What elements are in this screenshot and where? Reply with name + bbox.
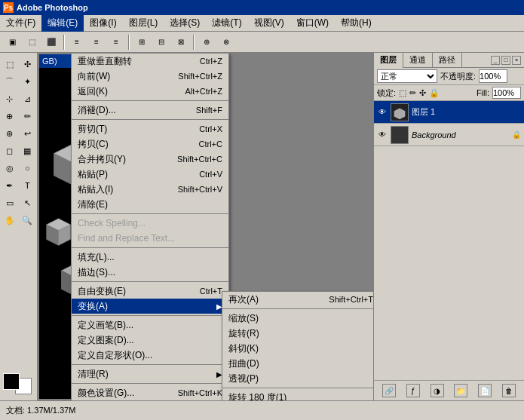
- lock-paint[interactable]: ✏: [409, 88, 416, 98]
- edit-color-settings[interactable]: 颜色设置(G)... Shift+Ctrl+K: [72, 385, 228, 400]
- lock-all[interactable]: 🔒: [429, 88, 440, 98]
- edit-free-transform[interactable]: 自由变换(E) Ctrl+T: [72, 284, 228, 299]
- menu-edit[interactable]: 编辑(E): [41, 15, 84, 32]
- edit-fade[interactable]: 消褪(D)... Shift+F: [72, 103, 228, 118]
- toolbar-btn-11[interactable]: ⊗: [217, 34, 235, 51]
- layers-panel: 图层 通道 路径 _ □ × 正常 不透明度: 锁定: ⬚ ✏ ✣ 🔒 Fill…: [373, 53, 524, 400]
- edit-clear[interactable]: 清除(E): [72, 197, 228, 212]
- doc-title: GB): [42, 57, 57, 66]
- panel-minimize[interactable]: _: [491, 56, 500, 65]
- edit-transform[interactable]: 变换(A) ▶: [72, 299, 228, 314]
- toolbar-btn-4[interactable]: ≡: [68, 34, 86, 51]
- menu-select[interactable]: 选择(S): [164, 15, 206, 32]
- tool-gradient[interactable]: ▦: [20, 143, 36, 159]
- foreground-color[interactable]: [3, 373, 20, 390]
- fill-input[interactable]: [492, 87, 521, 99]
- edit-copy[interactable]: 拷贝(C) Ctrl+C: [72, 136, 228, 152]
- opacity-input[interactable]: [479, 69, 507, 83]
- toolbar-btn-6[interactable]: ≡: [107, 34, 125, 51]
- edit-forward[interactable]: 向前(W) Shift+Ctrl+Z: [72, 69, 228, 84]
- tool-crop[interactable]: ⊹: [2, 90, 18, 107]
- toolbar-btn-5[interactable]: ≡: [87, 34, 106, 51]
- edit-stroke[interactable]: 描边(S)...: [72, 265, 228, 280]
- edit-redo[interactable]: 重做垂直翻转 Ctrl+Z: [72, 54, 228, 69]
- tool-lasso[interactable]: ⌒: [2, 73, 18, 90]
- edit-define-shape[interactable]: 定义自定形状(O)...: [72, 348, 228, 363]
- transform-skew[interactable]: 斜切(K): [222, 341, 373, 356]
- transform-rotate[interactable]: 旋转(R): [222, 326, 373, 341]
- layer-1-name: 图层 1: [412, 106, 521, 118]
- edit-cut[interactable]: 剪切(T) Ctrl+X: [72, 121, 228, 136]
- transform-rotate-180[interactable]: 旋转 180 度(1): [222, 390, 373, 400]
- tool-magic-wand[interactable]: ✦: [20, 73, 36, 90]
- transform-again[interactable]: 再次(A) Shift+Ctrl+T: [222, 292, 373, 307]
- tool-heal[interactable]: ⊕: [2, 108, 18, 124]
- tool-eraser[interactable]: ◻: [2, 143, 18, 159]
- menu-layer[interactable]: 图层(L): [123, 15, 164, 32]
- toolbar-btn-8[interactable]: ⊟: [152, 34, 170, 51]
- layer-1-eye[interactable]: 👁: [377, 107, 388, 118]
- tool-slice[interactable]: ⊿: [20, 90, 36, 107]
- tool-zoom[interactable]: 🔍: [20, 212, 36, 228]
- layer-item-background[interactable]: 👁 Background 🔒: [374, 124, 524, 146]
- tool-select[interactable]: ↖: [20, 195, 36, 211]
- layer-item-1[interactable]: 👁 图层 1: [374, 101, 524, 124]
- menu-help[interactable]: 帮助(H): [335, 15, 378, 32]
- edit-define-pattern[interactable]: 定义图案(D)...: [72, 333, 228, 348]
- panel-btn-mask[interactable]: ◑: [431, 384, 444, 397]
- tool-brush[interactable]: ✏: [20, 108, 36, 124]
- sep-5: [72, 281, 228, 282]
- panel-btn-new[interactable]: 📄: [478, 384, 492, 397]
- toolbar-btn-1[interactable]: ▣: [3, 34, 21, 51]
- tool-clone[interactable]: ⊛: [2, 125, 18, 142]
- panel-btn-delete[interactable]: 🗑: [502, 384, 516, 397]
- transform-sep-2: [222, 388, 373, 388]
- menu-view[interactable]: 视图(V): [248, 15, 290, 32]
- toolbar-btn-7[interactable]: ⊞: [133, 34, 151, 51]
- lock-move[interactable]: ✣: [419, 88, 426, 98]
- tool-history[interactable]: ↩: [20, 125, 36, 142]
- sep-7: [72, 364, 228, 365]
- panel-maximize[interactable]: □: [501, 56, 510, 65]
- menu-image[interactable]: 图像(I): [84, 15, 122, 32]
- edit-purge[interactable]: 清理(R) ▶: [72, 366, 228, 382]
- lock-transparent[interactable]: ⬚: [399, 88, 406, 98]
- tool-shape[interactable]: ▭: [2, 195, 18, 211]
- tool-pen[interactable]: ✒: [2, 177, 18, 194]
- tool-hand[interactable]: ✋: [2, 212, 18, 228]
- tab-layers[interactable]: 图层: [374, 53, 403, 68]
- tool-marquee[interactable]: ⬚: [2, 56, 18, 72]
- tab-paths[interactable]: 路径: [433, 53, 462, 68]
- toolbar-btn-2[interactable]: ⬚: [23, 34, 41, 51]
- tool-dodge[interactable]: ○: [20, 160, 36, 176]
- toolbar-btn-3[interactable]: ⬛: [42, 34, 60, 51]
- panel-close[interactable]: ×: [512, 56, 521, 65]
- transform-sep-1: [222, 308, 373, 309]
- panel-btn-group[interactable]: 📁: [454, 384, 467, 397]
- edit-merge-copy[interactable]: 合并拷贝(Y) Shift+Ctrl+C: [72, 152, 228, 167]
- toolbar-btn-9[interactable]: ⊠: [172, 34, 190, 51]
- transform-perspective[interactable]: 透视(P): [222, 371, 373, 386]
- layer-bg-eye[interactable]: 👁: [377, 130, 388, 140]
- blend-mode-select[interactable]: 正常: [377, 69, 437, 83]
- tool-move[interactable]: ✣: [20, 56, 36, 72]
- transform-scale[interactable]: 缩放(S): [222, 311, 373, 326]
- menu-window[interactable]: 窗口(W): [290, 15, 335, 32]
- panel-btn-link[interactable]: 🔗: [382, 384, 396, 397]
- edit-paste[interactable]: 粘贴(P) Ctrl+V: [72, 167, 228, 182]
- toolbar-btn-10[interactable]: ⊕: [198, 34, 216, 51]
- menu-filter[interactable]: 滤镜(T): [206, 15, 247, 32]
- edit-paste-into[interactable]: 粘贴入(I) Shift+Ctrl+V: [72, 182, 228, 197]
- tab-channels[interactable]: 通道: [403, 53, 433, 68]
- edit-fill[interactable]: 填充(L)...: [72, 250, 228, 265]
- menu-file[interactable]: 文件(F): [0, 15, 41, 32]
- svg-rect-24: [391, 127, 408, 143]
- panel-btn-style[interactable]: ƒ: [406, 384, 420, 397]
- tool-blur[interactable]: ◎: [2, 160, 18, 176]
- edit-back[interactable]: 返回(K) Alt+Ctrl+Z: [72, 84, 228, 99]
- transform-distort[interactable]: 扭曲(D): [222, 356, 373, 371]
- sep-6: [72, 315, 228, 316]
- tool-text[interactable]: T: [20, 177, 36, 194]
- color-swatch[interactable]: [3, 373, 32, 394]
- edit-define-brush[interactable]: 定义画笔(B)...: [72, 317, 228, 333]
